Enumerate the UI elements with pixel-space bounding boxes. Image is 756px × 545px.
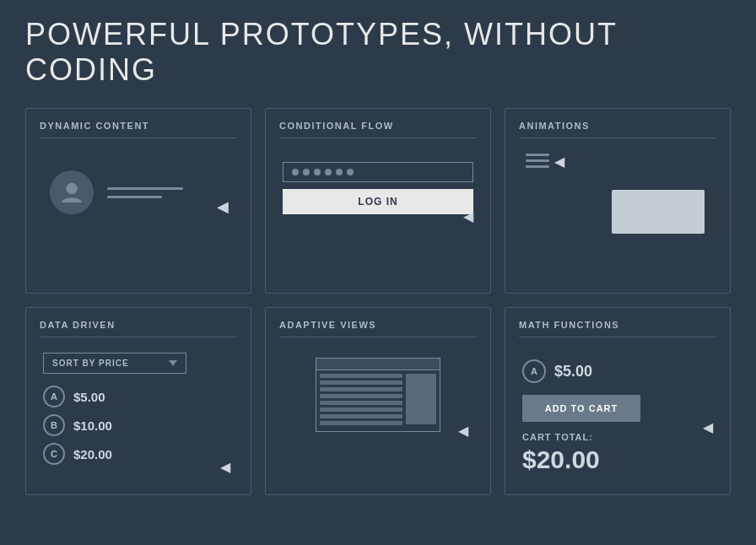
badge-b: B xyxy=(43,414,65,436)
cart-total-amount: $20.00 xyxy=(522,445,600,474)
password-field[interactable] xyxy=(283,162,473,182)
animations-title: ANIMATIONS xyxy=(519,121,716,138)
page-title: POWERFUL PROTOTYPES, WITHOUT CODING xyxy=(25,17,731,88)
avatar-line-2 xyxy=(107,196,162,198)
data-cursor-icon: ◀ xyxy=(220,459,230,475)
data-driven-title: DATA DRIVEN xyxy=(40,320,237,337)
hamburger-icon xyxy=(526,154,549,168)
login-box: LOG IN xyxy=(283,162,473,214)
content-line-1 xyxy=(320,374,402,378)
conditional-flow-body: LOG IN ◀ xyxy=(279,150,477,218)
content-line-3 xyxy=(320,387,402,391)
cursor-icon: ◀ xyxy=(217,197,229,216)
dot-2 xyxy=(303,169,310,175)
menu-line-1 xyxy=(526,154,549,156)
anim-cursor-icon: ◀ xyxy=(554,154,564,170)
browser-body xyxy=(316,370,440,431)
adaptive-views-body: ◀ xyxy=(279,349,477,435)
content-line-7 xyxy=(320,414,402,418)
avatar xyxy=(50,170,94,214)
content-line-8 xyxy=(320,421,402,425)
add-to-cart-button[interactable]: ADD TO CART xyxy=(522,395,640,422)
conditional-flow-card: CONDITIONAL FLOW LOG IN ◀ xyxy=(265,108,491,294)
price-b: $10.00 xyxy=(73,418,112,433)
adaptive-views-card: ADAPTIVE VIEWS xyxy=(265,307,491,495)
conditional-flow-title: CONDITIONAL FLOW xyxy=(279,121,477,138)
content-line-2 xyxy=(320,380,402,385)
adaptive-cursor-icon: ◀ xyxy=(458,423,468,439)
person-icon xyxy=(59,180,84,205)
dynamic-content-card: DYNAMIC CONTENT ◀ xyxy=(25,108,251,294)
math-cursor-icon: ◀ xyxy=(703,419,713,435)
adaptive-views-title: ADAPTIVE VIEWS xyxy=(279,320,477,337)
dot-1 xyxy=(292,169,299,175)
dropdown-arrow-icon xyxy=(169,360,177,366)
dot-4 xyxy=(325,169,332,175)
menu-line-2 xyxy=(526,159,549,162)
animations-card: ANIMATIONS ◀ xyxy=(505,108,731,294)
badge-a: A xyxy=(43,386,65,407)
price-c: $20.00 xyxy=(73,447,112,461)
browser-sidebar xyxy=(406,374,436,424)
content-line-5 xyxy=(320,401,402,405)
dot-3 xyxy=(314,169,321,175)
sort-dropdown[interactable]: SORT BY PRICE xyxy=(43,353,186,374)
data-item-b: B $10.00 xyxy=(43,414,112,436)
sort-label: SORT BY PRICE xyxy=(52,359,129,368)
math-item-price: $5.00 xyxy=(554,363,592,380)
anim-rect-container xyxy=(522,190,713,234)
math-functions-title: MATH FUNCTIONS xyxy=(519,320,716,337)
dynamic-content-title: DYNAMIC CONTENT xyxy=(40,121,237,138)
menu-area: ◀ xyxy=(522,154,564,173)
math-badge-a: A xyxy=(522,359,546,383)
data-driven-card: DATA DRIVEN SORT BY PRICE A $5.00 B $10.… xyxy=(25,307,251,495)
dot-6 xyxy=(347,169,354,175)
svg-point-0 xyxy=(66,183,78,195)
browser-bar xyxy=(316,359,440,370)
avatar-lines xyxy=(107,187,183,198)
conditional-cursor-icon: ◀ xyxy=(463,208,473,224)
animation-rectangle xyxy=(612,190,705,234)
animations-body: ◀ xyxy=(519,150,716,237)
content-line-6 xyxy=(320,407,402,412)
dot-5 xyxy=(336,169,343,175)
data-item-a: A $5.00 xyxy=(43,386,105,407)
math-item-row: A $5.00 xyxy=(522,359,592,383)
menu-line-3 xyxy=(526,165,549,168)
cart-total-label: CART TOTAL: xyxy=(522,432,593,442)
browser-mockup xyxy=(316,358,440,432)
avatar-line-1 xyxy=(107,187,183,190)
browser-content-area xyxy=(320,374,402,428)
price-a: $5.00 xyxy=(73,390,105,404)
content-line-4 xyxy=(320,394,402,398)
data-item-c: C $20.00 xyxy=(43,443,112,465)
badge-c: C xyxy=(43,443,65,465)
dynamic-content-body: ◀ xyxy=(40,150,237,218)
data-driven-body: SORT BY PRICE A $5.00 B $10.00 C $20.00 … xyxy=(40,349,237,475)
cards-grid: DYNAMIC CONTENT ◀ CONDITIONAL FLOW xyxy=(25,108,731,495)
math-functions-body: A $5.00 ADD TO CART CART TOTAL: $20.00 ◀ xyxy=(519,349,716,478)
math-functions-card: MATH FUNCTIONS A $5.00 ADD TO CART CART … xyxy=(505,307,731,495)
avatar-row xyxy=(50,170,183,214)
login-button[interactable]: LOG IN xyxy=(283,189,473,214)
